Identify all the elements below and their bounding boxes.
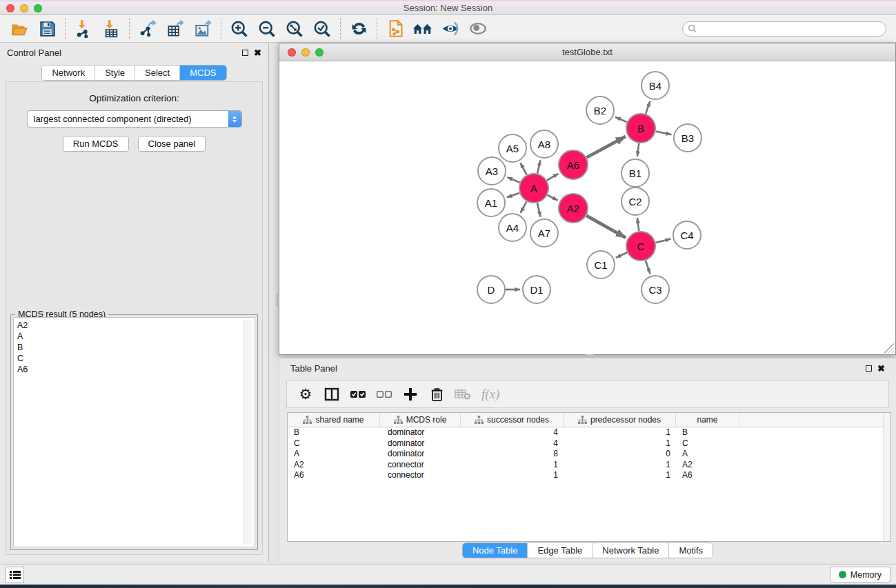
export-network-button[interactable]: [134, 17, 161, 41]
table-row[interactable]: Adominator80A: [288, 449, 890, 460]
result-list-item[interactable]: C: [14, 353, 255, 364]
memory-label: Memory: [850, 570, 882, 580]
network-canvas[interactable]: AA1A2A3A4A5A6A7A8BB1B2B3B4CC1C2C3C4DD1: [280, 62, 895, 354]
column-header-name[interactable]: name: [676, 413, 739, 427]
graph-edge-A-A4: [521, 201, 527, 213]
graph-node-A8[interactable]: A8: [530, 130, 558, 158]
mcds-tab-body: Optimization criterion: largest connecte…: [6, 81, 263, 555]
graph-node-A1[interactable]: A1: [477, 189, 505, 216]
run-mcds-button[interactable]: Run MCDS: [63, 136, 129, 152]
export-image-button[interactable]: [189, 17, 217, 41]
tab-node-table[interactable]: Node Table: [463, 543, 528, 558]
graph-node-B4[interactable]: B4: [641, 72, 669, 99]
memory-button[interactable]: Memory: [830, 567, 890, 582]
graph-node-C1[interactable]: C1: [587, 251, 615, 278]
table-row[interactable]: Bdominator41B: [288, 427, 890, 438]
export-table-button[interactable]: [161, 17, 189, 41]
delete-table-button[interactable]: [451, 383, 475, 405]
zoom-selected-button[interactable]: [308, 17, 336, 41]
graph-node-A4[interactable]: A4: [499, 214, 526, 241]
mcds-result-list[interactable]: A2ABCA6: [13, 317, 255, 547]
hide-show-graphics-button[interactable]: [437, 17, 464, 41]
table-header-row: shared nameMCDS rolesuccessor nodesprede…: [288, 413, 890, 427]
table-cell: connector: [380, 470, 461, 481]
graph-node-B2[interactable]: B2: [586, 97, 614, 124]
save-session-button[interactable]: [33, 17, 61, 41]
home-button[interactable]: [409, 17, 437, 41]
refresh-button[interactable]: [345, 17, 372, 41]
float-panel-icon[interactable]: [242, 50, 248, 56]
graph-node-C2[interactable]: C2: [621, 187, 649, 215]
new-network-from-file-button[interactable]: [381, 17, 409, 41]
tab-network[interactable]: Network: [42, 65, 95, 80]
result-list-item[interactable]: A: [14, 331, 255, 342]
table-row[interactable]: Cdominator41C: [288, 438, 890, 449]
table-row[interactable]: A2connector11A2: [288, 460, 890, 471]
table-row[interactable]: A6connector11A6: [288, 470, 890, 481]
table-settings-button[interactable]: ⚙: [294, 383, 317, 405]
column-header-shared-name[interactable]: shared name: [288, 413, 380, 427]
graph-node-C[interactable]: C: [626, 232, 655, 261]
tab-mcds[interactable]: MCDS: [180, 65, 226, 80]
table-panel-title: Table Panel: [290, 363, 337, 374]
svg-text:A5: A5: [506, 143, 519, 154]
zoom-out-button[interactable]: [253, 17, 281, 41]
result-list-item[interactable]: A6: [14, 364, 255, 375]
shared-attribute-icon: [475, 416, 484, 424]
unselect-all-columns-button[interactable]: [372, 383, 396, 405]
graph-node-C4[interactable]: C4: [673, 221, 701, 249]
float-table-panel-icon[interactable]: [866, 365, 872, 372]
column-header-MCDS-role[interactable]: MCDS role: [380, 413, 461, 427]
zoom-in-button[interactable]: [226, 17, 253, 41]
tab-select[interactable]: Select: [135, 65, 180, 80]
optimization-criterion-select[interactable]: largest connected component (directed): [27, 110, 242, 128]
show-column-button[interactable]: [320, 383, 344, 405]
svg-text:B3: B3: [681, 132, 694, 144]
network-hscroll-thumb[interactable]: [586, 354, 594, 356]
column-header-successor-nodes[interactable]: successor nodes: [461, 413, 564, 427]
close-panel-icon[interactable]: ✖: [254, 48, 261, 57]
tab-edge-table[interactable]: Edge Table: [528, 543, 593, 558]
graph-node-D1[interactable]: D1: [523, 276, 550, 303]
search-input[interactable]: [682, 21, 886, 37]
show-task-history-button[interactable]: [6, 567, 24, 583]
tab-network-table[interactable]: Network Table: [593, 543, 669, 558]
graph-node-B1[interactable]: B1: [621, 159, 649, 187]
function-builder-button[interactable]: f(x): [477, 383, 504, 405]
close-panel-button[interactable]: Close panel: [138, 136, 206, 152]
graph-node-D[interactable]: D: [477, 276, 505, 303]
graph-node-A3[interactable]: A3: [478, 157, 506, 185]
zoom-fit-button[interactable]: [281, 17, 308, 41]
open-session-button[interactable]: [6, 17, 33, 41]
graph-node-A6[interactable]: A6: [559, 150, 588, 179]
graph-node-A7[interactable]: A7: [530, 219, 558, 247]
result-list-item[interactable]: A2: [14, 320, 255, 331]
tab-style[interactable]: Style: [95, 65, 135, 80]
table-cell: 1: [564, 438, 676, 449]
import-network-button[interactable]: [70, 17, 97, 41]
column-header-predecessor-nodes[interactable]: predecessor nodes: [564, 413, 676, 427]
table-cell: dominator: [380, 438, 461, 449]
graph-node-A5[interactable]: A5: [499, 134, 526, 162]
network-vscroll-thumb[interactable]: [277, 294, 279, 306]
create-column-button[interactable]: [399, 383, 422, 405]
close-table-panel-icon[interactable]: ✖: [877, 364, 885, 373]
graph-edge-B-B2: [615, 117, 627, 122]
tab-motifs[interactable]: Motifs: [669, 543, 713, 558]
graph-node-B[interactable]: B: [626, 114, 655, 143]
zoom-fit-icon: [285, 19, 304, 39]
result-list-item[interactable]: B: [14, 342, 255, 353]
graph-node-A[interactable]: A: [519, 174, 548, 203]
delete-column-button[interactable]: [425, 383, 448, 405]
window-resize-grip[interactable]: [884, 343, 894, 353]
import-table-button[interactable]: [97, 17, 125, 41]
homes-icon: [412, 19, 433, 38]
graph-node-A2[interactable]: A2: [559, 194, 588, 223]
result-list-scrollbar[interactable]: [243, 320, 252, 545]
graph-node-B3[interactable]: B3: [674, 124, 701, 152]
graph-node-C3[interactable]: C3: [641, 276, 669, 303]
refresh-icon: [350, 19, 368, 38]
show-all-button[interactable]: [464, 17, 492, 41]
table-scrollbar[interactable]: [883, 413, 890, 541]
select-all-columns-button[interactable]: [346, 383, 370, 405]
